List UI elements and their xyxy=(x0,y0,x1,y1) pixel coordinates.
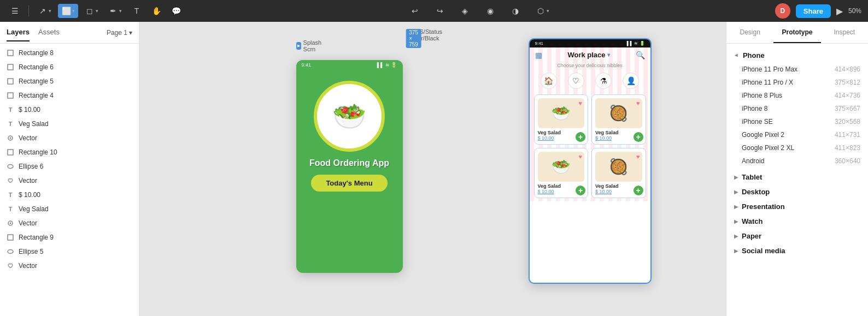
category-desktop_category[interactable]: ▶Desktop xyxy=(726,184,868,199)
device-item[interactable]: Google Pixel 2 XL411×823 xyxy=(726,141,868,154)
avatar[interactable]: D xyxy=(775,3,790,19)
layer-item[interactable]: T$ 10.00 xyxy=(0,103,139,117)
page-chevron-icon: ▾ xyxy=(129,29,132,37)
svg-point-9 xyxy=(10,223,11,224)
layer-item[interactable]: Ellipse 6 xyxy=(0,159,139,174)
layer-label: Vector xyxy=(19,134,37,142)
heart-icon[interactable]: ♥ xyxy=(578,100,582,106)
layer-label: Rectangle 4 xyxy=(19,92,54,99)
layer-item[interactable]: Rectangle 9 xyxy=(0,230,139,245)
layer-item[interactable]: Rectangle 10 xyxy=(0,145,139,159)
location-row: Work place ▾ xyxy=(567,51,609,59)
category-phone[interactable]: ▼Phone xyxy=(726,48,868,63)
share-button[interactable]: Share xyxy=(796,4,831,18)
device-item[interactable]: iPhone 8375×667 xyxy=(726,102,868,115)
layer-item[interactable]: Rectangle 5 xyxy=(0,74,139,88)
app-title: Food Ordering App xyxy=(309,158,389,168)
device-name: iPhone 11 Pro / X xyxy=(742,79,793,86)
layer-type-icon xyxy=(7,219,14,227)
layer-item[interactable]: Vector xyxy=(0,259,139,273)
category-presentation_category[interactable]: ▶Presentation xyxy=(726,199,868,214)
today-menu-button[interactable]: Today's Menu xyxy=(311,175,388,192)
layer-type-icon xyxy=(7,248,14,255)
search-icon[interactable]: 🔍 xyxy=(636,51,645,59)
layer-item[interactable]: T$ 10.00 xyxy=(0,188,139,202)
layer-item[interactable]: Vector xyxy=(0,216,139,230)
layer-item[interactable]: Vector xyxy=(0,174,139,188)
comment-tool-button[interactable]: 💬 xyxy=(168,4,184,18)
component-button[interactable]: ◈ xyxy=(457,4,473,18)
heart-icon[interactable]: ♥ xyxy=(636,153,640,160)
frame-tool-button[interactable]: ⬜ ▾ xyxy=(58,4,78,18)
svg-point-5 xyxy=(10,138,11,139)
heart-icon[interactable]: ♥ xyxy=(578,153,582,160)
redo-button[interactable]: ↪ xyxy=(432,4,448,18)
layer-item[interactable]: Vector xyxy=(0,131,139,145)
layer-item[interactable]: Rectangle 4 xyxy=(0,88,139,103)
subtitle-text: Choose your delicious nibbles xyxy=(530,63,650,70)
category-tablet_category[interactable]: ▶Tablet xyxy=(726,170,868,184)
category-paper_category[interactable]: ▶Paper xyxy=(726,229,868,243)
hand-icon: ✋ xyxy=(151,6,161,16)
text-tool-button[interactable]: T xyxy=(128,4,145,18)
tab-inspect[interactable]: Inspect xyxy=(821,22,868,43)
device-name: Google Pixel 2 xyxy=(742,131,784,139)
page-selector[interactable]: Page 1 ▾ xyxy=(107,29,132,37)
layer-label: $ 10.00 xyxy=(19,106,40,114)
theme-button[interactable]: ◑ xyxy=(507,4,524,18)
add-to-cart-button[interactable]: + xyxy=(576,132,585,142)
device-item[interactable]: iPhone 8 Plus414×736 xyxy=(726,89,868,102)
desktop_category-expand-icon: ▶ xyxy=(734,189,738,195)
device-item[interactable]: iPhone 11 Pro Max414×896 xyxy=(726,63,868,76)
add-to-cart-button[interactable]: + xyxy=(576,186,585,195)
tab-prototype[interactable]: Prototype xyxy=(773,22,820,43)
layer-type-icon xyxy=(7,262,14,270)
filter-home-btn[interactable]: 🏠 xyxy=(541,73,557,89)
device-name: iPhone 11 Pro Max xyxy=(742,65,797,73)
undo-icon: ↩ xyxy=(410,6,420,16)
category-social_category[interactable]: ▶Social media xyxy=(726,243,868,258)
tab-layers[interactable]: Layers xyxy=(7,23,30,41)
layer-type-icon: T xyxy=(7,106,14,114)
filter-user-btn[interactable]: 👤 xyxy=(623,73,639,89)
filter-heart-btn[interactable]: ♡ xyxy=(568,73,584,89)
svg-rect-10 xyxy=(8,235,13,240)
paper_category-expand-icon: ▶ xyxy=(734,233,738,239)
layer-item[interactable]: Ellipse 5 xyxy=(0,245,139,259)
mask-button[interactable]: ◉ xyxy=(482,4,498,18)
social_category-expand-icon: ▶ xyxy=(734,248,738,254)
add-to-cart-button[interactable]: + xyxy=(634,186,643,195)
layer-item[interactable]: TVeg Salad xyxy=(0,117,139,131)
undo-button[interactable]: ↩ xyxy=(407,4,423,18)
hand-tool-button[interactable]: ✋ xyxy=(148,4,165,18)
layer-type-icon: T xyxy=(7,205,14,213)
move-tool-button[interactable]: ↗ ▾ xyxy=(34,4,55,18)
layer-item[interactable]: Rectangle 8 xyxy=(0,46,139,60)
filter-filter-btn[interactable]: ⚗ xyxy=(595,73,612,89)
presentation_category-label: Presentation xyxy=(742,202,785,211)
canvas[interactable]: ▶ Splash Scrn 9:41 ▌▌ ≋ 🔋 🥗 Food Orderin… xyxy=(139,22,726,316)
tab-assets[interactable]: Assets xyxy=(38,23,60,41)
layer-type-icon xyxy=(7,77,14,85)
menu-button[interactable]: ☰ xyxy=(7,4,23,18)
filter-row: 🏠 ♡ ⚗ 👤 xyxy=(530,70,650,91)
heart-icon[interactable]: ♥ xyxy=(636,100,640,106)
play-button[interactable]: ▶ xyxy=(836,6,843,16)
pen-tool-button[interactable]: ✒ ▾ xyxy=(105,4,125,18)
category-watch_category[interactable]: ▶Watch xyxy=(726,214,868,229)
add-to-cart-button[interactable]: + xyxy=(634,132,643,142)
shape-tool-button[interactable]: ◻ ▾ xyxy=(81,4,102,18)
device-item[interactable]: iPhone 11 Pro / X375×812 xyxy=(726,76,868,89)
food-emoji: 🥘 xyxy=(609,104,628,122)
device-item[interactable]: Android360×640 xyxy=(726,154,868,168)
device-item[interactable]: iPhone SE320×568 xyxy=(726,115,868,128)
layer-item[interactable]: Rectangle 6 xyxy=(0,60,139,74)
text-tool-icon: T xyxy=(132,6,142,16)
shape-chevron: ▾ xyxy=(96,8,98,14)
layer-item[interactable]: TVeg Salad xyxy=(0,202,139,216)
zoom-button[interactable]: 50% xyxy=(848,7,861,15)
layer-type-icon: T xyxy=(7,191,14,199)
device-item[interactable]: Google Pixel 2411×731 xyxy=(726,128,868,141)
prototype-button[interactable]: ⬡ ▾ xyxy=(532,4,553,18)
tab-design[interactable]: Design xyxy=(726,22,773,43)
